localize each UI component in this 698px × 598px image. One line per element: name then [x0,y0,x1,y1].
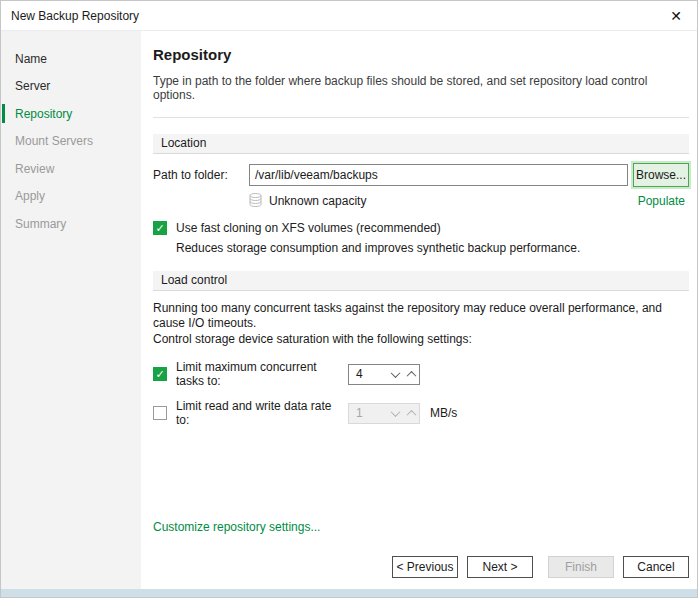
header-divider [153,117,689,118]
dialog-body: Name Server Repository Mount Servers Rev… [1,31,697,589]
wizard-footer: < Previous Next > Finish Cancel [153,556,689,578]
path-to-folder-row: Path to folder: Browse... [153,163,689,187]
path-to-folder-input[interactable] [249,164,628,186]
finish-button: Finish [548,556,614,578]
task-limit-spinner: 4 [348,364,420,385]
task-limit-value[interactable]: 4 [349,367,387,381]
dialog-bottom-accent [1,589,697,597]
load-control-description-line1: Running too many concurrent tasks agains… [153,301,689,332]
task-limit-checkbox[interactable]: ✓ [153,367,167,381]
customize-repository-settings-link[interactable]: Customize repository settings... [153,520,320,534]
window-title: New Backup Repository [11,9,139,23]
load-control-description-line2: Control storage device saturation with t… [153,332,689,347]
capacity-row: Unknown capacity Populate [153,193,689,208]
populate-link[interactable]: Populate [638,194,685,208]
rate-limit-checkbox[interactable] [153,406,167,420]
cancel-button[interactable]: Cancel [623,556,689,578]
main-panel: Repository Type in path to the folder wh… [141,31,697,589]
page-description: Type in path to the folder where backup … [153,74,689,102]
sidebar-item-apply[interactable]: Apply [1,183,141,211]
chevron-down-icon [390,407,400,417]
load-control-description: Running too many concurrent tasks agains… [153,301,689,347]
capacity-text: Unknown capacity [269,194,366,208]
rate-limit-increase-button [403,404,419,423]
task-limit-row: ✓ Limit maximum concurrent tasks to: 4 [153,360,689,388]
database-icon [249,193,262,208]
rate-limit-decrease-button [387,404,403,423]
fast-cloning-checkbox[interactable]: ✓ [153,221,167,235]
location-section-header: Location [153,134,689,154]
fast-cloning-note: Reduces storage consumption and improves… [176,241,689,255]
previous-button[interactable]: < Previous [392,556,458,578]
rate-limit-unit: MB/s [430,406,457,420]
chevron-up-icon [406,410,416,420]
task-limit-label: Limit maximum concurrent tasks to: [176,360,348,388]
rate-limit-row: Limit read and write data rate to: 1 MB/… [153,399,689,427]
sidebar-item-name[interactable]: Name [1,45,141,73]
fast-cloning-label: Use fast cloning on XFS volumes (recomme… [176,221,441,235]
page-title: Repository [153,46,689,63]
title-bar: New Backup Repository ✕ [1,1,697,31]
sidebar-item-repository[interactable]: Repository [1,100,141,128]
sidebar-item-server[interactable]: Server [1,73,141,101]
sidebar-item-mount-servers[interactable]: Mount Servers [1,128,141,156]
next-button[interactable]: Next > [467,556,533,578]
rate-limit-spinner: 1 [348,403,420,424]
fast-cloning-row: ✓ Use fast cloning on XFS volumes (recom… [153,221,689,235]
task-limit-increase-button[interactable] [403,365,419,384]
task-limit-decrease-button[interactable] [387,365,403,384]
load-control-section-header: Load control [153,271,689,291]
chevron-up-icon [406,371,416,381]
path-to-folder-label: Path to folder: [153,168,249,182]
chevron-down-icon [390,368,400,378]
rate-limit-label: Limit read and write data rate to: [176,399,348,427]
sidebar-item-review[interactable]: Review [1,155,141,183]
close-icon[interactable]: ✕ [665,5,687,27]
sidebar-item-summary[interactable]: Summary [1,210,141,238]
new-backup-repository-dialog: New Backup Repository ✕ Name Server Repo… [0,0,698,598]
browse-button[interactable]: Browse... [633,163,689,187]
rate-limit-value: 1 [349,406,387,420]
wizard-steps-sidebar: Name Server Repository Mount Servers Rev… [1,31,141,589]
